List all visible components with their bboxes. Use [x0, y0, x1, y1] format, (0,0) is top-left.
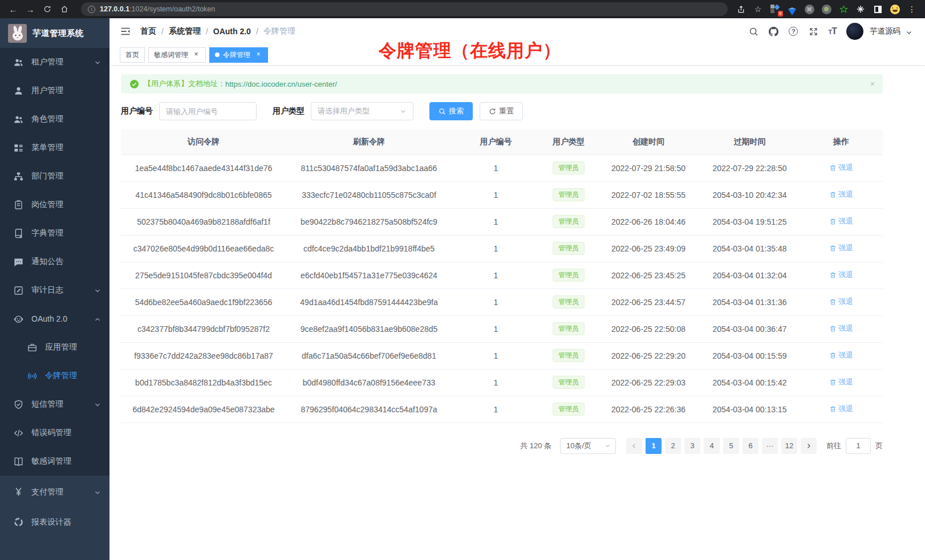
extension-grid-icon[interactable]: 9 [770, 4, 780, 14]
force-logout-button[interactable]: 强退 [829, 297, 853, 307]
force-logout-button[interactable]: 强退 [829, 189, 853, 200]
reset-button[interactable]: 重置 [480, 102, 523, 120]
breadcrumb-oauth2[interactable]: OAuth 2.0 [213, 27, 251, 36]
page-button-1[interactable]: 1 [646, 438, 662, 454]
access-token-cell: f9336e7c7dd242a283ee98dc86b17a87 [121, 342, 286, 369]
site-info-icon[interactable]: i [88, 6, 95, 13]
sidebar-item-menu[interactable]: 菜单管理 [0, 133, 109, 162]
bookmark-star-icon[interactable]: ☆ [753, 4, 763, 14]
search-icon[interactable] [748, 26, 758, 36]
sidebar-item-error-code[interactable]: 错误码管理 [0, 419, 109, 447]
user-type-select[interactable]: 请选择用户类型 [311, 102, 413, 120]
sidebar-item-label: 菜单管理 [31, 143, 63, 153]
more-pages-button[interactable]: ··· [762, 438, 778, 454]
sidebar-item-oauth2[interactable]: OAuth 2.0 [0, 305, 109, 333]
browser-reload-button[interactable] [40, 2, 55, 17]
page-button-3[interactable]: 3 [684, 438, 700, 454]
sidebar-item-label: 应用管理 [45, 342, 77, 352]
collapse-sidebar-icon[interactable] [120, 26, 131, 37]
sidebar-item-role[interactable]: 角色管理 [0, 105, 109, 133]
sidebar-item-tenant[interactable]: 租户管理 [0, 48, 109, 76]
breadcrumb-system[interactable]: 系统管理 [169, 26, 201, 36]
created-time-cell: 2022-07-02 18:55:55 [597, 181, 700, 208]
user-id-input[interactable] [159, 102, 257, 120]
help-icon[interactable]: ? [788, 26, 798, 36]
sidebar-item-oauth2-app[interactable]: 应用管理 [0, 333, 109, 362]
search-button[interactable]: 搜索 [429, 102, 473, 120]
app-icon [27, 342, 38, 353]
sidebar-item-notice[interactable]: 通知公告 [0, 247, 109, 276]
sidebar-item-sensitive-word[interactable]: 敏感词管理 [0, 447, 109, 476]
tab-敏感词管理[interactable]: 敏感词管理× [148, 47, 206, 63]
white-extension-icon[interactable] [855, 4, 866, 14]
user-type-tag: 管理员 [553, 403, 585, 416]
tab-close-icon[interactable]: × [254, 51, 262, 59]
browser-forward-button[interactable]: → [23, 2, 38, 17]
github-icon[interactable] [768, 26, 778, 36]
force-logout-button[interactable]: 强退 [829, 243, 853, 253]
sidebar-toggle-icon[interactable] [873, 4, 883, 14]
user-type-cell: 管理员 [540, 208, 597, 235]
column-header: 用户类型 [540, 129, 597, 155]
breadcrumb-home[interactable]: 首页 [140, 26, 156, 36]
force-logout-button[interactable]: 强退 [829, 270, 853, 280]
user-id-cell: 1 [452, 369, 540, 396]
page-button-2[interactable]: 2 [665, 438, 681, 454]
profile-emoji-icon[interactable] [890, 4, 900, 14]
page-button-5[interactable]: 5 [723, 438, 739, 454]
tab-令牌管理[interactable]: 令牌管理× [209, 47, 268, 63]
sidebar-item-post[interactable]: 岗位管理 [0, 190, 109, 219]
page-button-12[interactable]: 12 [781, 438, 797, 454]
message-icon [13, 257, 24, 267]
tab-首页[interactable]: 首页 [120, 47, 145, 63]
page-button-4[interactable]: 4 [704, 438, 720, 454]
user-avatar[interactable] [846, 23, 863, 40]
browser-menu-icon[interactable]: ⋮ [907, 4, 917, 14]
browser-back-button[interactable]: ← [6, 2, 21, 17]
chevron-down-icon[interactable] [906, 28, 912, 35]
record-extension-icon[interactable] [821, 4, 831, 14]
sidebar-item-sms[interactable]: 短信管理 [0, 390, 109, 419]
next-page-button[interactable] [801, 438, 817, 454]
gem-extension-icon[interactable] [787, 4, 797, 14]
column-header: 操作 [800, 129, 883, 155]
browser-home-button[interactable] [57, 2, 72, 17]
alert-close-icon[interactable]: × [870, 79, 875, 88]
force-logout-button[interactable]: 强退 [829, 377, 853, 387]
actions-cell: 强退 [800, 155, 883, 181]
sidebar-item-pay[interactable]: 支付管理 [0, 477, 109, 507]
address-bar[interactable]: i 127.0.0.1:1024/system/oauth2/token [81, 2, 728, 16]
doc-link[interactable]: https://doc.iocoder.cn/user-center/ [225, 80, 337, 88]
tab-close-icon[interactable]: × [192, 51, 200, 59]
force-logout-button[interactable]: 强退 [829, 404, 853, 414]
goto-page-input[interactable] [846, 438, 871, 454]
chevron-down-icon [94, 401, 101, 408]
share-icon[interactable] [736, 4, 746, 14]
force-logout-button[interactable]: 强退 [829, 163, 853, 173]
force-logout-button[interactable]: 强退 [829, 323, 853, 334]
force-logout-button[interactable]: 强退 [829, 350, 853, 360]
app-logo[interactable]: 芋道管理系统 [0, 18, 109, 48]
command-extension-icon[interactable]: ⌘ [804, 4, 814, 14]
table-body: 1ea5e44f8bc1467aaede43144f31de76811c5304… [121, 155, 883, 423]
page-button-6[interactable]: 6 [743, 438, 758, 454]
force-logout-button[interactable]: 强退 [829, 216, 853, 226]
username[interactable]: 芋道源码 [870, 26, 900, 36]
sidebar-item-dept[interactable]: 部门管理 [0, 162, 109, 190]
green-star-extension-icon[interactable] [838, 4, 849, 14]
sidebar-item-audit-log[interactable]: 审计日志 [0, 276, 109, 305]
sidebar-item-oauth2-token[interactable]: 令牌管理 [0, 362, 109, 390]
sidebar-item-user[interactable]: 用户管理 [0, 76, 109, 105]
font-size-icon[interactable]: TT [828, 26, 837, 36]
sidebar-item-dict[interactable]: 字典管理 [0, 219, 109, 247]
sidebar-item-label: 通知公告 [31, 257, 63, 267]
code-icon [13, 428, 24, 439]
column-header: 创建时间 [597, 129, 700, 155]
sidebar-item-report[interactable]: 报表设计器 [0, 507, 109, 537]
prev-page-button[interactable] [626, 438, 642, 454]
refresh-token-cell: 9ce8ef2aa9f14056b831ae9b608e28d5 [286, 315, 452, 342]
user-id-cell: 1 [452, 208, 540, 235]
users-icon [13, 57, 24, 68]
page-size-select[interactable]: 10条/页 [560, 438, 616, 454]
fullscreen-icon[interactable] [808, 26, 818, 36]
